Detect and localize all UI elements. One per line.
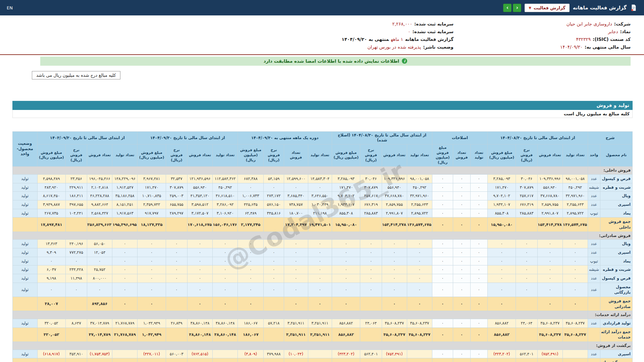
cell: ۰ bbox=[65, 257, 87, 265]
column-header: تعداد فروش bbox=[453, 144, 470, 166]
cell: جمع برگشت از فروش bbox=[600, 358, 632, 362]
cell: ۴,۵۹۸,۴۸۹ bbox=[37, 174, 65, 183]
cell: ۰ bbox=[453, 218, 470, 232]
cell: ۲۸۵,۸۸۳ bbox=[516, 209, 537, 218]
cell: ۰ bbox=[432, 218, 453, 232]
cell: ۰ bbox=[332, 240, 360, 248]
cell: ۱,۰۴۲,۹۴۹ bbox=[138, 319, 166, 327]
cell: ۸۵۶,۸۸۲ bbox=[332, 327, 360, 342]
cell: جمع درآمد ارائه خدمات bbox=[600, 327, 632, 342]
cell: ۰ bbox=[238, 257, 264, 265]
cell: ۰ bbox=[470, 240, 487, 248]
cell: ۰ bbox=[470, 248, 487, 257]
cell: ۰ bbox=[112, 297, 138, 311]
cell bbox=[213, 358, 238, 362]
report-type-dropdown[interactable]: گزارش فعالیت ▼ bbox=[525, 4, 569, 12]
cell: ۳۷,۶۶۸,۷۸۰ bbox=[537, 192, 562, 200]
cell: ۰ bbox=[432, 358, 453, 362]
cell bbox=[65, 358, 87, 362]
cell: (۴۲۳,۲۰۲) bbox=[332, 358, 360, 362]
cell: ۰ bbox=[138, 240, 166, 248]
cell: ۲۴۰,۱۹۶ bbox=[65, 240, 87, 248]
cell: (۴۲۳,۲۰۲) bbox=[488, 350, 516, 358]
cell: ۲۶,۸۳۹ bbox=[166, 319, 187, 327]
info-label: وضعیت ناشر: bbox=[423, 44, 453, 50]
info-row: شرکت:داروسازی جابر ابن حیان bbox=[453, 20, 631, 28]
cell: ۰ bbox=[453, 248, 470, 257]
cell: ۲,۸۹۵,۷۲۲ bbox=[407, 209, 432, 218]
cell bbox=[112, 358, 138, 362]
cell: ۰ bbox=[138, 248, 166, 257]
report-nav: ‹ › bbox=[503, 4, 521, 12]
cell: ۴۱,۳۵۴,۱۲۰ bbox=[187, 192, 213, 200]
cell: ۵۵۶,۹۴۰ bbox=[382, 183, 407, 192]
cell: ۲۵,۷۵۲ bbox=[87, 265, 112, 274]
cell: ۰ bbox=[65, 283, 87, 297]
cell: ۳۵,۶۰۸,۲۳۷ bbox=[562, 319, 588, 327]
cell: ۰ bbox=[453, 265, 470, 274]
cell: (۶۱۸,۹۱۷) bbox=[37, 350, 65, 358]
info-value: دجابر bbox=[608, 29, 618, 34]
cell: ۰ bbox=[432, 297, 453, 311]
cell: ۳,۱۰۶,۹۲۰ bbox=[213, 209, 238, 218]
column-group-header: دوره یک ماهه منتهی به ۱۴۰۴/۰۹/۳۰ bbox=[238, 131, 332, 144]
cell: ۲۱,۷۶۸,۷۸۹ bbox=[112, 327, 138, 342]
cell: ۰ bbox=[332, 265, 360, 274]
cell: ۳۸,۸۶۰,۱۴۸ bbox=[213, 319, 238, 327]
cell: ۹,۱۹۸ bbox=[37, 274, 65, 283]
table-row: ویالعدد۳۲,۹۷۱,۹۶۰۳۷,۶۶۸,۷۸۰۲۵۷,۶۱۷۹,۷۰۴,… bbox=[13, 192, 633, 200]
cell: ۰ bbox=[537, 248, 562, 257]
cell: ۰ bbox=[470, 209, 487, 218]
cell: ۰ bbox=[562, 248, 588, 257]
cell: ۰ bbox=[453, 192, 470, 200]
column-header: نرخ فروش (ریال) bbox=[65, 144, 87, 166]
section-row: درآمد ارائه خدمات: bbox=[13, 311, 633, 319]
cell bbox=[65, 327, 87, 342]
cell: ۳,۹۲۹,۸۸۷ bbox=[37, 200, 65, 209]
cell: ۰ bbox=[537, 240, 562, 248]
cell: ۱۹,۴۷۱,۵۰۱ bbox=[308, 218, 332, 232]
cell: ۰ bbox=[213, 265, 238, 274]
cell: ۴۸۳,۹۲۰ bbox=[37, 183, 65, 192]
next-report-button[interactable]: › bbox=[513, 4, 521, 12]
cell: ۰ bbox=[470, 350, 487, 358]
cell: ۰ bbox=[382, 240, 407, 248]
cell: ۲۷۳,۱۷۲ bbox=[264, 192, 284, 200]
cell: ۹۸,۰۰۱,۰۵۸ bbox=[562, 174, 588, 183]
column-header: تعداد تولید bbox=[562, 144, 588, 166]
amounts-note: کلیه مبالغ به میلیون ریال است bbox=[12, 110, 633, 118]
cell: ۱۷۱,۴۷۰ bbox=[332, 183, 360, 192]
cell: ۱,۹۳۴,۱۰۷ bbox=[488, 200, 516, 209]
cell: ۰ bbox=[537, 297, 562, 311]
cell: ۰ bbox=[308, 257, 332, 265]
cell: ۰ bbox=[238, 183, 264, 192]
cell: ۰ bbox=[360, 248, 382, 257]
prev-report-button[interactable]: ‹ bbox=[503, 4, 512, 12]
cell: ۰ bbox=[562, 283, 588, 297]
cell: ۳۵,۶۰۸,۲۳۷ bbox=[382, 327, 407, 342]
cell: عدد bbox=[588, 240, 600, 248]
cell: ۰ bbox=[453, 174, 470, 183]
cell: ۹,۷۰۴,۱۰۲ bbox=[332, 192, 360, 200]
cell: ۰ bbox=[284, 274, 308, 283]
section-row: فروش صادراتی: bbox=[13, 232, 633, 240]
cell bbox=[588, 297, 600, 311]
cell bbox=[264, 297, 284, 311]
cell: ۳۵,۶۰۸,۲۳۷ bbox=[407, 327, 432, 342]
cell: ۰ bbox=[308, 240, 332, 248]
cell: ۰ bbox=[562, 257, 588, 265]
cell: ۰ bbox=[238, 274, 264, 283]
cell: ۸۰۰,۰۰۰ bbox=[87, 274, 112, 283]
report-icon[interactable] bbox=[630, 4, 637, 11]
cell: ۰ bbox=[382, 297, 407, 311]
column-header: مبلغ فروش (میلیون ریال) bbox=[238, 144, 264, 166]
cell: تولید bbox=[13, 265, 38, 274]
column-header: نرخ فروش (ریال) bbox=[166, 144, 187, 166]
cell: ۰ bbox=[407, 240, 432, 248]
cell: ۰ bbox=[562, 297, 588, 311]
cell: ۱۵,۹۵۰,۰۸۰ bbox=[488, 218, 516, 232]
column-header: وضعیت محصول-واحد bbox=[13, 131, 38, 166]
total-row: جمع درآمد ارائه خدمات۳۵,۶۰۸,۲۳۷۳۵,۶۰۸,۲۳… bbox=[13, 327, 633, 342]
cell: ۰ bbox=[516, 257, 537, 265]
language-en-link[interactable]: EN bbox=[7, 5, 13, 10]
